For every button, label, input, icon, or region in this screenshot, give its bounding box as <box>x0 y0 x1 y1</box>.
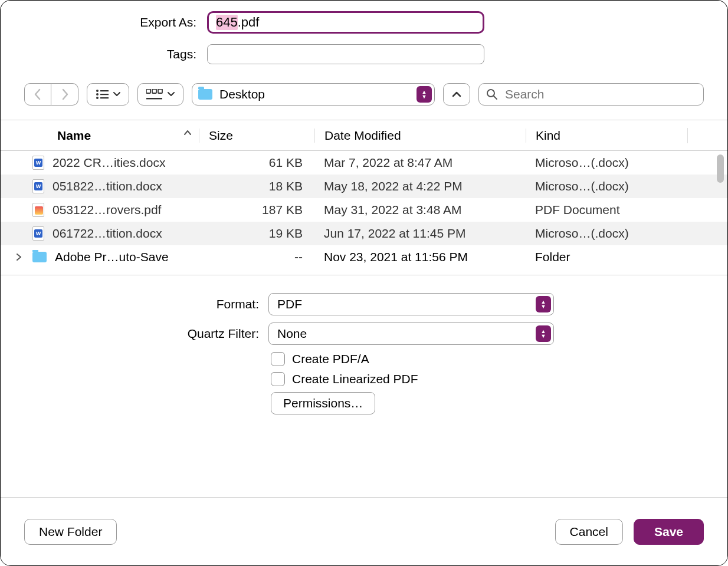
chevron-right-icon <box>61 88 69 100</box>
file-row[interactable]: 061722…tition.docx19 KBJun 17, 2022 at 1… <box>1 222 727 245</box>
file-kind: Microso…(.docx) <box>526 179 704 193</box>
column-end-divider <box>687 128 704 143</box>
word-doc-icon <box>32 179 44 193</box>
new-folder-button[interactable]: New Folder <box>24 519 117 545</box>
file-date: May 18, 2022 at 4:22 PM <box>314 179 526 193</box>
group-view-button[interactable] <box>137 83 183 106</box>
file-kind: Folder <box>526 250 704 264</box>
file-name: 053122…rovers.pdf <box>53 203 161 217</box>
format-section: Format: PDF ▲▼ Quartz Filter: None ▲▼ Cr… <box>1 275 727 429</box>
pdf-a-checkbox[interactable] <box>271 352 285 366</box>
column-date[interactable]: Date Modified <box>314 129 526 143</box>
format-value: PDF <box>277 297 302 311</box>
tags-row: Tags: <box>24 44 704 64</box>
export-as-row: Export As: 645.pdf <box>24 11 704 34</box>
permissions-button[interactable]: Permissions… <box>271 392 375 414</box>
format-label: Format: <box>24 297 268 311</box>
list-view-button[interactable] <box>87 83 129 106</box>
file-name: 061722…tition.docx <box>53 226 162 241</box>
chevron-down-icon <box>168 92 175 97</box>
search-input[interactable] <box>504 87 696 102</box>
file-date: Nov 23, 2021 at 11:56 PM <box>314 250 526 264</box>
svg-rect-3 <box>100 94 109 95</box>
tags-label: Tags: <box>24 47 207 61</box>
quartz-filter-dropdown[interactable]: None ▲▼ <box>268 323 554 345</box>
filename-selected: 645 <box>216 15 238 30</box>
linearized-row: Create Linearized PDF <box>24 372 704 386</box>
column-kind[interactable]: Kind <box>526 129 687 143</box>
save-button[interactable]: Save <box>634 519 704 545</box>
file-size: 187 KB <box>199 203 314 217</box>
file-date: May 31, 2022 at 3:48 AM <box>314 203 526 217</box>
collapse-button[interactable] <box>443 83 470 106</box>
file-kind: PDF Document <box>526 203 704 217</box>
file-name-cell: 053122…rovers.pdf <box>1 203 199 217</box>
sort-ascending-icon <box>183 130 192 136</box>
file-row[interactable]: 053122…rovers.pdf187 KBMay 31, 2022 at 3… <box>1 198 727 222</box>
quartz-filter-label: Quartz Filter: <box>24 327 268 341</box>
svg-rect-1 <box>100 90 109 91</box>
linearized-checkbox[interactable] <box>271 372 285 386</box>
file-name: Adobe Pr…uto-Save <box>55 250 169 264</box>
updown-icon: ▲▼ <box>536 325 551 342</box>
file-name-cell: Adobe Pr…uto-Save <box>1 250 199 264</box>
file-row[interactable]: Adobe Pr…uto-Save--Nov 23, 2021 at 11:56… <box>1 245 727 269</box>
format-row: Format: PDF ▲▼ <box>24 293 704 315</box>
export-as-label: Export As: <box>24 15 207 29</box>
forward-button[interactable] <box>51 83 78 106</box>
file-date: Jun 17, 2022 at 11:45 PM <box>314 226 526 241</box>
file-row[interactable]: 2022 CR…ities.docx61 KBMar 7, 2022 at 8:… <box>1 151 727 175</box>
svg-point-10 <box>487 90 494 97</box>
file-list: 2022 CR…ities.docx61 KBMar 7, 2022 at 8:… <box>1 151 727 275</box>
file-size: 61 KB <box>199 156 314 170</box>
browser-toolbar: Desktop ▲▼ <box>1 75 727 116</box>
file-size: -- <box>199 250 314 264</box>
file-kind: Microso…(.docx) <box>526 156 704 170</box>
file-name: 2022 CR…ities.docx <box>53 156 165 170</box>
export-dialog: Export As: 645.pdf Tags: <box>0 0 728 566</box>
search-box[interactable] <box>478 83 704 106</box>
disclosure-triangle-icon[interactable] <box>16 254 24 261</box>
cancel-button[interactable]: Cancel <box>555 519 623 545</box>
file-name-cell: 061722…tition.docx <box>1 226 199 241</box>
list-view-icon <box>96 89 109 100</box>
format-dropdown[interactable]: PDF ▲▼ <box>268 293 554 315</box>
svg-rect-9 <box>146 98 162 99</box>
column-header: Name Size Date Modified Kind <box>1 120 727 151</box>
pdf-a-row: Create PDF/A <box>24 352 704 366</box>
file-size: 19 KB <box>199 226 314 241</box>
chevron-up-icon <box>452 91 461 98</box>
svg-rect-8 <box>158 89 162 93</box>
search-icon <box>486 88 498 100</box>
updown-icon: ▲▼ <box>417 86 432 103</box>
pdf-doc-icon <box>32 203 44 217</box>
filename-input[interactable]: 645.pdf <box>207 11 484 34</box>
quartz-filter-row: Quartz Filter: None ▲▼ <box>24 323 704 345</box>
word-doc-icon <box>32 156 44 170</box>
nav-buttons <box>24 83 78 106</box>
grid-group-icon <box>146 89 163 100</box>
word-doc-icon <box>32 226 44 241</box>
file-kind: Microso…(.docx) <box>526 226 704 241</box>
file-row[interactable]: 051822…tition.docx18 KBMay 18, 2022 at 4… <box>1 175 727 198</box>
folder-icon <box>32 252 47 262</box>
svg-point-0 <box>96 90 99 92</box>
scrollbar-thumb[interactable] <box>717 154 724 183</box>
file-name-cell: 2022 CR…ities.docx <box>1 156 199 170</box>
file-date: Mar 7, 2022 at 8:47 AM <box>314 156 526 170</box>
tags-input[interactable] <box>207 44 484 64</box>
back-button[interactable] <box>24 83 51 106</box>
chevron-left-icon <box>34 88 42 100</box>
updown-icon: ▲▼ <box>536 296 551 312</box>
chevron-down-icon <box>113 92 120 97</box>
svg-rect-7 <box>152 89 156 93</box>
svg-line-11 <box>494 96 497 99</box>
svg-point-2 <box>96 93 99 96</box>
location-dropdown[interactable]: Desktop ▲▼ <box>192 83 435 106</box>
quartz-filter-value: None <box>277 327 307 341</box>
location-name: Desktop <box>219 87 265 101</box>
svg-point-4 <box>96 97 99 99</box>
folder-icon <box>198 89 212 100</box>
column-name[interactable]: Name <box>1 129 199 143</box>
column-size[interactable]: Size <box>199 129 314 143</box>
